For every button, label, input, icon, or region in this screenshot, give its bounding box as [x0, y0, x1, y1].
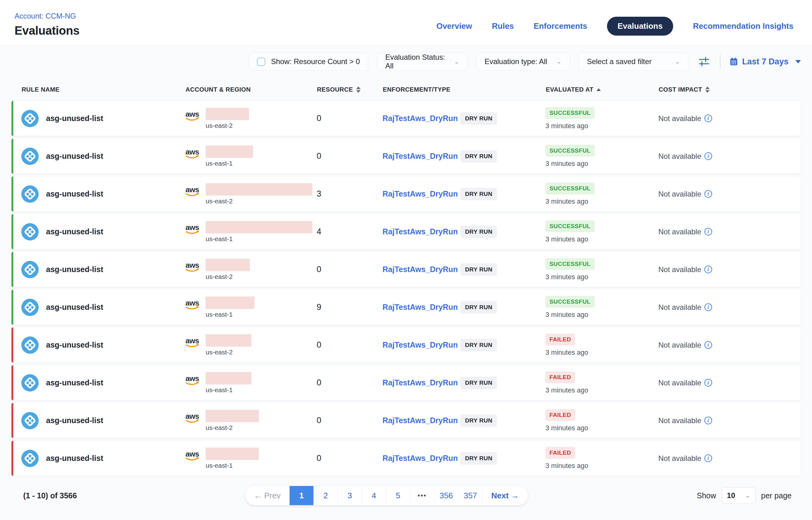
account-region-cell: aws us-east-1 — [185, 372, 317, 394]
info-icon[interactable]: i — [704, 228, 712, 236]
evaluated-time: 3 minutes ago — [545, 198, 588, 206]
enforcement-link[interactable]: RajTestAws_DryRun — [383, 416, 460, 425]
governance-rule-icon — [21, 450, 39, 467]
info-icon[interactable]: i — [704, 341, 712, 349]
sort-icon[interactable] — [356, 86, 361, 93]
tab-enforcements[interactable]: Enforcements — [534, 21, 587, 31]
enforcement-link[interactable]: RajTestAws_DryRun — [383, 340, 460, 349]
page-button-356[interactable]: 356 — [435, 486, 458, 505]
sort-icon[interactable] — [705, 86, 710, 93]
account-breadcrumb-link[interactable]: Account: CCM-NG — [15, 12, 80, 20]
per-page-select[interactable]: 10 ⌄ — [722, 487, 755, 504]
info-icon[interactable]: i — [704, 303, 712, 311]
tab-recommendation-insights[interactable]: Recommendation Insights — [693, 21, 793, 31]
enforcement-link[interactable]: RajTestAws_DryRun — [383, 303, 460, 312]
status-badge: SUCCESSFUL — [545, 183, 595, 194]
tab-evaluations[interactable]: Evaluations — [607, 17, 673, 35]
info-icon[interactable]: i — [704, 190, 712, 198]
rule-name: asg-unused-list — [46, 454, 103, 463]
content-area: Show: Resource Count > 0 Evaluation Stat… — [0, 46, 812, 520]
info-icon[interactable]: i — [704, 379, 712, 387]
evaluated-time: 3 minutes ago — [545, 348, 588, 357]
account-stack: us-east-2 — [206, 183, 312, 205]
evaluation-status-dropdown[interactable]: Evaluation Status: All ⌄ — [377, 53, 468, 71]
next-page-button[interactable]: Next → — [483, 486, 528, 505]
cost-impact-cell: Not available i — [658, 416, 801, 425]
sort-asc-icon[interactable] — [596, 88, 601, 91]
enforcement-link[interactable]: RajTestAws_DryRun — [383, 114, 460, 123]
column-header-resource: RESOURCE — [317, 86, 383, 93]
filter-bar: Show: Resource Count > 0 Evaluation Stat… — [11, 46, 801, 71]
tab-overview[interactable]: Overview — [436, 21, 472, 31]
table-row[interactable]: asg-unused-list aws us-east-2 0 RajTestA… — [11, 252, 801, 287]
tab-rules[interactable]: Rules — [492, 21, 514, 31]
pager: ← Prev 1 2 3 4 5 ••• 356 357 Next → — [245, 486, 528, 505]
table-row[interactable]: asg-unused-list aws us-east-1 9 RajTestA… — [11, 290, 801, 325]
enforcement-link[interactable]: RajTestAws_DryRun — [383, 265, 460, 274]
aws-logo-icon: aws — [185, 298, 202, 311]
page-button-1[interactable]: 1 — [290, 486, 314, 505]
page-button-4[interactable]: 4 — [362, 486, 386, 505]
table-row[interactable]: asg-unused-list aws us-east-1 4 RajTestA… — [11, 214, 801, 249]
status-badge: FAILED — [545, 409, 575, 421]
table-header-row: RULE NAME ACCOUNT & REGION RESOURCE ENFO… — [11, 84, 801, 95]
date-range-selector[interactable]: Last 7 Days — [729, 57, 801, 67]
rule-cell: asg-unused-list — [21, 299, 185, 316]
table-row[interactable]: asg-unused-list aws us-east-2 3 RajTestA… — [11, 176, 801, 211]
aws-logo-icon: aws — [185, 109, 202, 123]
enforcement-link[interactable]: RajTestAws_DryRun — [383, 454, 460, 463]
page-button-357[interactable]: 357 — [458, 486, 483, 505]
resource-count: 3 — [317, 189, 383, 199]
prev-page-button[interactable]: ← Prev — [245, 486, 290, 505]
page-button-2[interactable]: 2 — [314, 486, 338, 505]
table-row[interactable]: asg-unused-list aws us-east-2 0 RajTestA… — [11, 403, 801, 438]
enforcement-cell: RajTestAws_DryRun DRY RUN — [383, 150, 545, 162]
status-badge: SUCCESSFUL — [545, 296, 595, 308]
page-button-5[interactable]: 5 — [386, 486, 410, 505]
account-id-redacted — [206, 372, 251, 384]
governance-rule-icon — [21, 299, 39, 316]
evaluation-type-badge: DRY RUN — [460, 377, 497, 389]
enforcement-link[interactable]: RajTestAws_DryRun — [383, 227, 460, 236]
svg-text:aws: aws — [186, 147, 199, 156]
resource-count-filter-toggle[interactable]: Show: Resource Count > 0 — [249, 53, 368, 71]
saved-filter-dropdown[interactable]: Select a saved filter ⌄ — [579, 53, 688, 71]
info-icon[interactable]: i — [704, 114, 712, 122]
column-label: RULE NAME — [22, 86, 60, 93]
account-id-redacted — [206, 259, 250, 271]
account-id-redacted — [206, 296, 254, 309]
resource-count-checkbox[interactable] — [257, 57, 265, 66]
enforcement-link[interactable]: RajTestAws_DryRun — [383, 152, 460, 161]
pagination-bar: (1 - 10) of 3566 ← Prev 1 2 3 4 5 ••• 35… — [11, 486, 801, 505]
enforcement-link[interactable]: RajTestAws_DryRun — [383, 378, 460, 387]
cost-impact-cell: Not available i — [658, 152, 801, 161]
per-page-value: 10 — [727, 491, 735, 500]
page-header: Account: CCM-NG Evaluations Overview Rul… — [0, 0, 812, 46]
enforcement-link[interactable]: RajTestAws_DryRun — [383, 189, 460, 199]
filter-settings-button[interactable] — [697, 56, 711, 67]
page-button-3[interactable]: 3 — [338, 486, 362, 505]
chevron-down-icon: ⌄ — [454, 58, 459, 64]
evaluation-type-badge: DRY RUN — [460, 452, 497, 465]
aws-logo-icon: aws — [185, 449, 202, 463]
account-id-redacted — [206, 146, 253, 158]
aws-logo-icon: aws — [185, 147, 202, 160]
table-row[interactable]: asg-unused-list aws us-east-2 0 RajTestA… — [11, 328, 801, 362]
info-icon[interactable]: i — [704, 417, 712, 424]
info-icon[interactable]: i — [704, 152, 712, 160]
status-badge: SUCCESSFUL — [545, 220, 595, 232]
table-row[interactable]: asg-unused-list aws us-east-1 0 RajTestA… — [11, 139, 801, 174]
rule-name: asg-unused-list — [46, 340, 103, 349]
aws-logo-icon: aws — [185, 223, 202, 236]
table-row[interactable]: asg-unused-list aws us-east-2 0 RajTestA… — [11, 101, 801, 136]
svg-text:aws: aws — [186, 449, 199, 458]
evaluation-type-dropdown[interactable]: Evaluation type: All ⌄ — [476, 53, 570, 71]
table-row[interactable]: asg-unused-list aws us-east-1 0 RajTestA… — [11, 365, 801, 400]
aws-logo-icon: aws — [185, 185, 202, 198]
info-icon[interactable]: i — [704, 454, 712, 462]
cost-impact-value: Not available — [658, 265, 701, 274]
evaluated-time: 3 minutes ago — [545, 386, 588, 394]
table-row[interactable]: asg-unused-list aws us-east-1 0 RajTestA… — [11, 441, 801, 476]
rule-cell: asg-unused-list — [21, 374, 185, 392]
info-icon[interactable]: i — [704, 265, 712, 273]
